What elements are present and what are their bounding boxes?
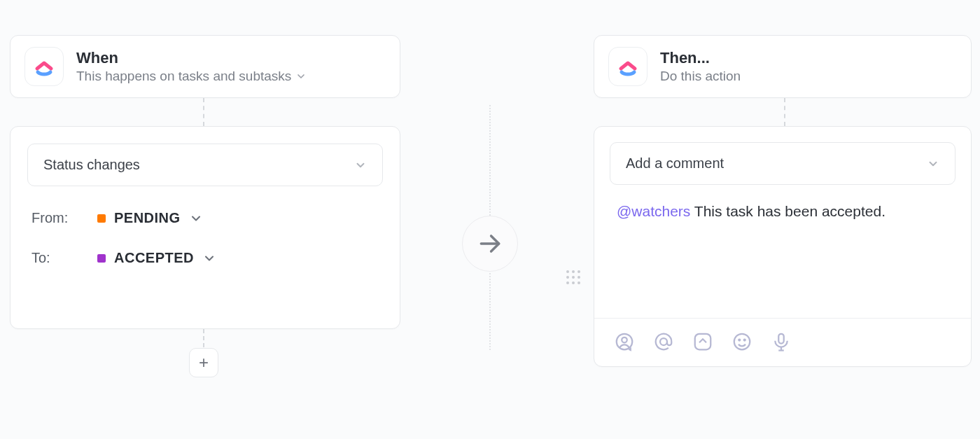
clickup-logo-icon bbox=[608, 47, 648, 86]
trigger-card: Status changes From: PENDING To: ACCEPTE… bbox=[10, 126, 400, 329]
then-subtitle-text: Do this action bbox=[660, 69, 741, 84]
to-status-row[interactable]: To: ACCEPTED bbox=[27, 250, 383, 266]
when-subtitle-text: This happens on tasks and subtasks bbox=[76, 69, 291, 84]
when-header-card[interactable]: When This happens on tasks and subtasks bbox=[10, 35, 400, 98]
assign-comment-icon[interactable] bbox=[614, 331, 635, 352]
add-trigger-button[interactable]: + bbox=[189, 348, 218, 377]
chevron-down-icon bbox=[202, 251, 216, 265]
trigger-type-select[interactable]: Status changes bbox=[27, 144, 383, 186]
svg-rect-8 bbox=[778, 334, 784, 344]
then-title: Then... bbox=[660, 49, 741, 67]
to-status-color-icon bbox=[97, 254, 106, 263]
then-header-card[interactable]: Then... Do this action bbox=[594, 35, 972, 98]
action-card: Add a comment @watchers This task has be… bbox=[594, 126, 972, 367]
trigger-type-label: Status changes bbox=[43, 157, 140, 173]
from-status-row[interactable]: From: PENDING bbox=[27, 210, 383, 226]
comment-text-content: This task has been accepted. bbox=[690, 203, 886, 219]
chevron-down-icon bbox=[927, 158, 939, 170]
action-type-label: Add a comment bbox=[626, 155, 724, 172]
clickup-logo-icon bbox=[24, 47, 64, 86]
emoji-icon[interactable] bbox=[732, 331, 752, 352]
comment-toolbar bbox=[610, 319, 955, 354]
to-status-value: ACCEPTED bbox=[114, 250, 194, 266]
connector-line bbox=[203, 98, 204, 126]
chevron-down-icon bbox=[295, 71, 307, 82]
comment-editor[interactable]: @watchers This task has been accepted. bbox=[610, 185, 955, 318]
chevron-down-icon bbox=[354, 159, 367, 172]
from-status-color-icon bbox=[97, 214, 106, 223]
when-title: When bbox=[76, 49, 307, 67]
svg-point-7 bbox=[744, 340, 746, 341]
svg-point-6 bbox=[738, 340, 740, 341]
chevron-down-icon bbox=[189, 211, 203, 225]
svg-point-3 bbox=[660, 338, 667, 345]
from-label: From: bbox=[31, 210, 80, 226]
svg-rect-4 bbox=[695, 334, 711, 350]
drag-handle-icon[interactable] bbox=[566, 266, 581, 288]
svg-point-5 bbox=[734, 334, 750, 350]
when-subtitle-row[interactable]: This happens on tasks and subtasks bbox=[76, 69, 307, 84]
svg-point-1 bbox=[617, 334, 633, 350]
to-label: To: bbox=[31, 250, 80, 266]
action-type-select[interactable]: Add a comment bbox=[610, 142, 955, 185]
svg-point-2 bbox=[622, 337, 627, 343]
flow-arrow-icon bbox=[462, 216, 518, 272]
comment-mention-token[interactable]: @watchers bbox=[617, 203, 690, 219]
at-mention-icon[interactable] bbox=[653, 331, 674, 352]
plus-icon: + bbox=[199, 353, 209, 372]
mic-icon[interactable] bbox=[771, 331, 792, 352]
from-status-value: PENDING bbox=[114, 210, 181, 226]
record-clip-icon[interactable] bbox=[692, 331, 713, 352]
connector-line bbox=[784, 98, 785, 126]
